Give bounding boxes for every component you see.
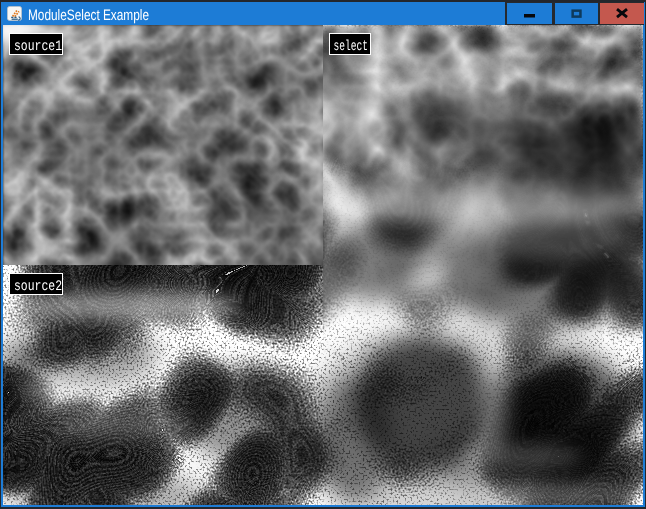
svg-text:ModuleSelect Example: ModuleSelect Example (28, 7, 149, 24)
svg-text:source2: source2 (14, 279, 62, 294)
svg-text:source1: source1 (14, 39, 62, 54)
svg-text:select: select (334, 39, 369, 54)
